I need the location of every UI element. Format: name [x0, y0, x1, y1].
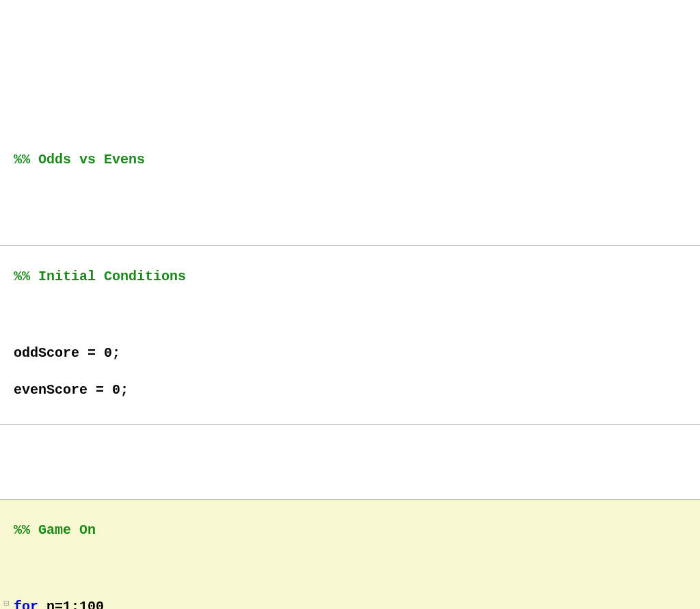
- code-editor[interactable]: %% Odds vs Evens %% Initial Conditions o…: [0, 74, 700, 609]
- code-line[interactable]: oddScore = 0;: [14, 344, 700, 362]
- section-marker: %%: [14, 152, 30, 167]
- section-game-on-active: %% Game On ⊟for n=1:100 throw = randi([1…: [0, 499, 700, 609]
- section-title-text: Odds vs Evens: [38, 152, 145, 167]
- code-line[interactable]: ⊟for n=1:100: [14, 597, 700, 609]
- section-header: %% Initial Conditions: [14, 265, 700, 288]
- code-line[interactable]: [14, 307, 700, 325]
- code-line[interactable]: [14, 560, 700, 579]
- section-initial-conditions: %% Initial Conditions oddScore = 0; even…: [0, 245, 700, 425]
- fold-open-icon[interactable]: ⊟: [3, 597, 9, 609]
- keyword-for: for: [14, 599, 38, 609]
- section-header: %% Game On: [14, 518, 700, 542]
- section-title: %% Odds vs Evens: [0, 148, 700, 172]
- code-line[interactable]: evenScore = 0;: [14, 381, 700, 406]
- section-title-text: [30, 152, 38, 167]
